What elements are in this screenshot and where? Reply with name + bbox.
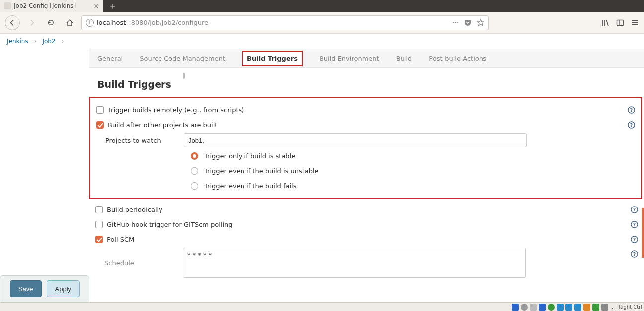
radio-fails-label: Trigger even if the build fails	[204, 182, 296, 190]
radio-unstable[interactable]	[191, 167, 198, 175]
url-host: localhost	[97, 19, 126, 26]
trigger-github-hook-row: GitHub hook trigger for GITScm polling ?	[95, 217, 638, 232]
tab-build-environment[interactable]: Build Environment	[320, 55, 379, 62]
reload-button[interactable]	[44, 16, 58, 30]
radio-stable-label: Trigger only if build is stable	[204, 152, 295, 160]
config-tabs: General Source Code Management Build Tri…	[89, 49, 644, 68]
help-icon[interactable]: ?	[630, 206, 638, 213]
help-icon[interactable]: ?	[630, 235, 638, 243]
trigger-remote-checkbox[interactable]	[96, 106, 104, 114]
svg-rect-0	[617, 20, 624, 25]
schedule-row: Schedule ?	[104, 247, 638, 279]
bookmark-star-icon[interactable]	[477, 19, 484, 27]
trigger-after-projects-row: Build after other projects are built ?	[96, 117, 635, 132]
projects-to-watch-row: Projects to watch	[105, 132, 635, 148]
trigger-github-hook-label: GitHub hook trigger for GITScm polling	[107, 221, 233, 228]
url-bar[interactable]: i localhost:8080/job/Job2/configure ⋯	[81, 15, 489, 30]
scrollbar-indicator[interactable]	[642, 208, 644, 258]
trigger-poll-scm-row: Poll SCM ?	[95, 232, 638, 247]
trigger-github-hook-checkbox[interactable]	[95, 221, 103, 228]
window-titlebar: Job2 Config [Jenkins] × ＋	[0, 0, 644, 12]
forward-button	[25, 16, 39, 30]
help-icon[interactable]: ?	[627, 121, 635, 129]
vm-statusbar: ⌄ Right Ctrl	[0, 302, 644, 311]
vm-floppy-icon	[530, 304, 537, 311]
help-icon[interactable]: ?	[627, 106, 635, 114]
site-info-icon[interactable]: i	[86, 19, 94, 27]
highlighted-trigger-area: Trigger builds remotely (e.g., from scri…	[89, 97, 642, 199]
breadcrumb-job[interactable]: Job2	[42, 38, 55, 45]
svg-text:?: ?	[630, 122, 632, 128]
svg-text:?: ?	[633, 251, 635, 257]
breadcrumb-jenkins[interactable]: Jenkins	[7, 38, 28, 45]
vm-usb-icon	[557, 304, 564, 311]
trigger-condition-fails-row: Trigger even if the build fails	[191, 178, 635, 193]
tab-scm[interactable]: Source Code Management	[140, 55, 225, 62]
tab-general[interactable]: General	[97, 55, 123, 62]
more-icon[interactable]: ⋯	[452, 19, 459, 26]
library-icon[interactable]	[601, 19, 609, 27]
projects-to-watch-input[interactable]	[184, 133, 527, 147]
chevron-right-icon: ›	[62, 38, 64, 45]
tab-title: Job2 Config [Jenkins]	[14, 2, 76, 9]
radio-unstable-label: Trigger even if the build is unstable	[204, 167, 319, 175]
reload-icon	[47, 19, 55, 26]
trigger-condition-unstable-row: Trigger even if the build is unstable	[191, 163, 635, 178]
home-icon	[66, 19, 74, 27]
help-icon[interactable]: ?	[630, 250, 638, 258]
chevron-right-icon: ›	[34, 38, 37, 45]
arrow-left-icon	[9, 19, 16, 26]
section-scroll-handle[interactable]	[183, 73, 185, 79]
home-button[interactable]	[63, 16, 77, 30]
action-bar: Save Apply	[0, 275, 89, 302]
svg-text:?: ?	[633, 222, 635, 227]
vm-hdd-icon	[512, 304, 519, 311]
vm-hostkey-label: Right Ctrl	[619, 304, 642, 310]
schedule-input[interactable]	[183, 248, 526, 278]
pocket-icon[interactable]	[464, 19, 472, 27]
trigger-periodic-checkbox[interactable]	[95, 206, 103, 213]
svg-text:?: ?	[633, 237, 635, 242]
svg-text:?: ?	[630, 107, 632, 113]
browser-right-actions	[601, 19, 639, 27]
vm-network-icon	[548, 304, 555, 311]
trigger-remote-label: Trigger builds remotely (e.g., from scri…	[108, 106, 244, 114]
vm-audio-icon	[539, 304, 546, 311]
radio-stable[interactable]	[191, 152, 198, 160]
vm-shared-folder-icon	[565, 304, 572, 311]
config-content: General Source Code Management Build Tri…	[89, 49, 644, 302]
trigger-poll-scm-checkbox[interactable]	[95, 236, 103, 243]
vm-display-icon	[574, 304, 581, 311]
projects-to-watch-label: Projects to watch	[105, 137, 180, 144]
vm-optical-icon	[521, 304, 528, 311]
new-tab-button[interactable]: ＋	[103, 0, 122, 12]
section-title: Build Triggers	[97, 79, 644, 90]
schedule-label: Schedule	[104, 259, 179, 267]
svg-text:?: ?	[633, 207, 635, 212]
apply-button[interactable]: Apply	[47, 280, 80, 297]
trigger-poll-scm-label: Poll SCM	[107, 236, 134, 243]
trigger-condition-stable-row: Trigger only if build is stable	[191, 148, 635, 163]
vm-recording-icon	[583, 304, 590, 311]
save-button[interactable]: Save	[10, 280, 42, 297]
tab-build-triggers[interactable]: Build Triggers	[242, 51, 303, 66]
vm-mouse-icon	[601, 304, 608, 311]
breadcrumb: Jenkins › Job2 ›	[0, 34, 644, 49]
help-icon[interactable]: ?	[630, 220, 638, 228]
back-button[interactable]	[5, 15, 20, 30]
tab-post-build[interactable]: Post-build Actions	[429, 55, 486, 62]
vm-hostkey-icon: ⌄	[610, 304, 614, 310]
tab-build[interactable]: Build	[396, 55, 412, 62]
trigger-after-projects-checkbox[interactable]	[96, 121, 104, 129]
browser-tab[interactable]: Job2 Config [Jenkins] ×	[0, 0, 103, 12]
trigger-after-projects-label: Build after other projects are built	[108, 121, 217, 129]
close-tab-icon[interactable]: ×	[93, 2, 99, 10]
menu-icon[interactable]	[631, 19, 639, 27]
favicon-icon	[4, 2, 11, 9]
browser-toolbar: i localhost:8080/job/Job2/configure ⋯	[0, 12, 644, 34]
sidebars-icon[interactable]	[616, 19, 624, 27]
vm-cpu-icon	[592, 304, 599, 311]
arrow-right-icon	[28, 19, 35, 26]
trigger-remote-row: Trigger builds remotely (e.g., from scri…	[96, 103, 635, 117]
radio-fails[interactable]	[191, 182, 198, 190]
